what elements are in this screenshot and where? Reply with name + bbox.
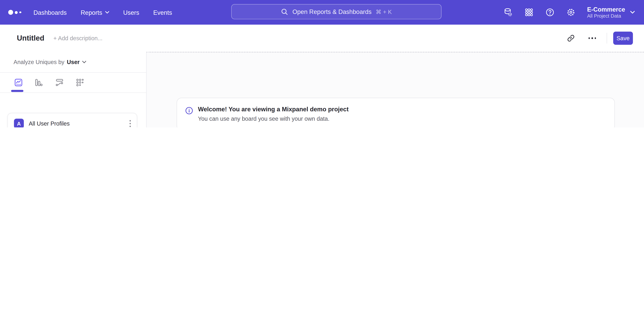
- actions-divider: [606, 33, 607, 44]
- mixpanel-insights-report: Dashboards Reports Users Events Open Rep…: [0, 0, 644, 128]
- global-search-placeholder: Open Reports & Dashboards: [292, 8, 372, 15]
- project-name: E-Commerce: [587, 6, 625, 13]
- banner-subtitle: You can use any board you see with your …: [198, 115, 330, 122]
- retention-icon[interactable]: [75, 78, 85, 87]
- help-icon[interactable]: [545, 8, 555, 17]
- funnels-icon[interactable]: [34, 78, 44, 87]
- chevron-down-icon: [82, 61, 86, 63]
- nav-item-dashboards[interactable]: Dashboards: [34, 9, 67, 16]
- more-options-icon[interactable]: [588, 38, 596, 39]
- flows-icon[interactable]: [55, 78, 64, 87]
- insights-icon[interactable]: [14, 78, 24, 87]
- save-button[interactable]: Save: [613, 32, 633, 45]
- mixpanel-logo-icon[interactable]: [8, 10, 21, 15]
- banner-title: Welcome! You are viewing a Mixpanel demo…: [198, 106, 348, 112]
- demo-banner: Welcome! You are viewing a Mixpanel demo…: [176, 98, 615, 128]
- settings-gear-icon[interactable]: [566, 8, 576, 17]
- report-title-bar: Untitled + Add description... Save: [0, 25, 644, 52]
- top-nav: Dashboards Reports Users Events Open Rep…: [0, 0, 644, 25]
- analyze-header: Analyze Uniques by User: [0, 52, 146, 73]
- search-icon: [281, 8, 288, 16]
- top-nav-right: E-Commerce All Project Data: [503, 0, 635, 25]
- app-grid-icon[interactable]: [524, 8, 534, 17]
- top-nav-items: Dashboards Reports Users Events: [34, 9, 172, 16]
- add-description-field[interactable]: + Add description...: [53, 35, 102, 42]
- query-builder-sidebar: Analyze Uniques by User: [0, 52, 146, 128]
- project-scope: All Project Data: [587, 13, 625, 19]
- nav-item-reports[interactable]: Reports: [81, 9, 109, 16]
- metric-badge: A: [14, 119, 24, 128]
- chevron-down-icon: [630, 11, 635, 14]
- nav-item-events[interactable]: Events: [153, 9, 172, 16]
- report-type-tabs: [0, 72, 146, 93]
- analyze-entity-selector[interactable]: User: [67, 59, 86, 65]
- nav-item-users[interactable]: Users: [123, 9, 139, 16]
- metric-name[interactable]: All User Profiles: [29, 120, 129, 127]
- project-switcher[interactable]: E-Commerce All Project Data: [587, 6, 635, 19]
- data-management-icon[interactable]: [503, 8, 513, 17]
- report-canvas: Welcome! You are viewing a Mixpanel demo…: [146, 52, 644, 128]
- info-icon: [185, 107, 193, 115]
- global-search-button[interactable]: Open Reports & Dashboards ⌘ + K: [231, 4, 442, 19]
- report-title[interactable]: Untitled: [17, 34, 44, 42]
- active-tab-indicator: [11, 90, 23, 92]
- metric-card[interactable]: A All User Profiles Count Total: [8, 113, 137, 128]
- analyze-label: Analyze Uniques by: [14, 59, 64, 65]
- search-shortcut: ⌘ + K: [376, 8, 392, 15]
- chevron-down-icon: [105, 11, 109, 14]
- title-actions: Save: [566, 32, 633, 45]
- kebab-menu-icon[interactable]: [129, 120, 131, 127]
- copy-link-icon[interactable]: [566, 34, 575, 42]
